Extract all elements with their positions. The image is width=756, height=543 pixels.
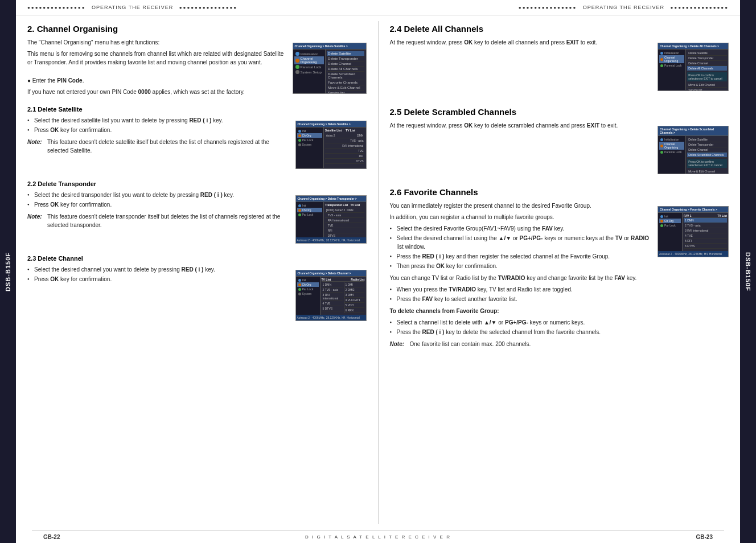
s6-ic3 [660, 151, 663, 154]
s1-r5: Delete Scrambled Channels [327, 72, 364, 80]
screen1-title: Channel Organising > Delete Satellite > [293, 43, 366, 50]
s4-i3: Par Lock [297, 287, 319, 291]
s4-tv3: 3 RAI International [322, 293, 343, 301]
sec26-p3: You can change TV list or Radio list by … [390, 274, 729, 282]
header-right: ●●●●●●●●●●●●●●● OPERATING THE RECEIVER ●… [519, 5, 729, 10]
s1-r8: Service list [327, 90, 364, 94]
s4-tv2: 2 TVS - asia [322, 287, 343, 293]
top-bar: ●●●●●●●●●●●●●●● OPERATING THE RECEIVER ●… [16, 0, 740, 15]
s1-sys: System Setup [294, 69, 324, 75]
s5-r2: Delete Transponder [687, 56, 727, 61]
s4-radio: 1 DMI 2 DMI2 3 DM4 4 VLCDAT1 5 VDH 6 RRX [344, 282, 365, 313]
sec26-title: 2.6 Favorite Channels [390, 187, 729, 197]
s3-ic2 [298, 209, 301, 212]
s7-i2: Ch Org [659, 219, 681, 223]
s2-r6: DTVS [325, 159, 365, 164]
section-2-title: 2. Channel Organising [27, 24, 367, 34]
s1-r1: Delete Satellite [327, 51, 364, 56]
s4-status: Astrasat 2 - 4006MHz, 28.125KHz, H4, Hor… [296, 315, 366, 320]
s5-ic3 [660, 64, 663, 67]
s1-par: Parental Lock [294, 64, 324, 69]
s6-ic2 [660, 145, 663, 147]
s1-r2: Delete Transponder [327, 56, 364, 61]
sec21-item2: Press OK key for confirmation. [27, 126, 367, 134]
s4-ic2 [298, 283, 301, 286]
s3-status: Astrasat 2 - 4006MHz, 28.125KHz, H4, Hor… [296, 237, 366, 243]
sec25-title: 2.5 Delete Scrambled Channels [390, 107, 729, 117]
screen1-right: Delete Satellite Delete Transponder Dele… [326, 50, 365, 94]
sec26-item2: Select the desired channel list using th… [390, 234, 729, 251]
screen-mockup-1: Channel Organising > Delete Satellite > … [293, 43, 367, 94]
s6-status: Press OK to confirm selection or EXIT to… [687, 159, 727, 168]
right-column: 2.4 Delete All Channels Channel Organisi… [379, 15, 741, 530]
s1-icon2 [295, 59, 299, 63]
sec24-title: 2.4 Delete All Channels [390, 24, 729, 34]
s4-i4: System [297, 291, 319, 296]
s6-r2: Delete Transponder [687, 142, 727, 147]
screen1-left: Initialisation Channel Organising Parent… [293, 50, 326, 94]
sec26-del-item1: Select a channel list to delete with ▲/▼… [390, 318, 729, 327]
s6-r3: Delete Channel [687, 147, 727, 153]
s7-r1: 1 DMN [684, 218, 727, 223]
sec26-delete-list: Select a channel list to delete with ▲/▼… [390, 318, 729, 336]
screen6-inner: Initialisation Channel Organising Parent… [658, 136, 728, 174]
s4-r3: 3 DM4 [344, 293, 365, 298]
s6-ic1 [660, 138, 663, 141]
sec23-item1: Select the desired channel you want to d… [27, 265, 367, 274]
bottom-bar: GB-22 D I G I T A L S A T E L L I T E R … [32, 530, 724, 543]
s1-r7: Move & Edit Channel [327, 85, 364, 90]
s6-i2: Channel Organising [659, 142, 684, 150]
s5-move: Move & Edit Channel [687, 83, 727, 88]
page-num-right: GB-23 [696, 534, 713, 540]
s5-status: Press OK to confirm selection or EXIT to… [687, 72, 727, 81]
screen-mockup-6: Channel Organising > Delete Scrambled Ch… [658, 126, 729, 174]
screen5-inner: Initialisation Channel Organising Parent… [658, 50, 728, 90]
s6-r1: Delete Satellite [687, 137, 727, 142]
sec21-note: Note: This feature doesn't delete satell… [27, 138, 367, 155]
s4-ic3 [298, 288, 301, 291]
page-columns: 2. Channel Organising Channel Organising… [16, 15, 740, 530]
sec26-delete-title: To delete channels from Favorite Group: [390, 307, 729, 315]
sec26-item3: Press the RED ( i ) key and then registe… [390, 252, 729, 261]
s4-r5: 5 VDH [344, 303, 365, 308]
sec22-note: Note: This feature doesn't delete transp… [27, 212, 367, 229]
sec26-note: Note: One favorite list can contain max.… [390, 340, 729, 348]
left-tab-label: DSB-B150F [5, 252, 11, 291]
footer-center-text: D I G I T A L S A T E L L I T E R E C E … [305, 534, 451, 540]
sec22-item2: Press OK key for confirmation. [27, 200, 367, 209]
s5-i2: Channel Organising [659, 55, 684, 63]
screen6-title: Channel Organising > Delete Scrambled Ch… [658, 126, 728, 136]
s5-ic1 [660, 52, 663, 55]
s1-init: Initialisation [294, 51, 324, 56]
sec23-item2: Press OK key for confirmation. [27, 275, 367, 283]
s4-r4: 4 VLCDAT1 [344, 298, 365, 303]
s6-i1: Initialisation [659, 137, 684, 142]
s1-icon4 [295, 70, 299, 74]
screen6-left: Initialisation Channel Organising Parent… [658, 136, 686, 174]
s6-move: Move & Edit Channel [687, 169, 727, 174]
sec22-item1: Select the desired transponder list you … [27, 191, 367, 199]
s5-r4: Delete All Channels [687, 66, 727, 71]
s7-ic1 [660, 215, 663, 218]
s5-i3: Parental Lock [659, 63, 684, 68]
main-content: ●●●●●●●●●●●●●●● OPERATING THE RECEIVER ●… [16, 0, 740, 543]
s1-r3: Delete Channel [327, 61, 364, 67]
s6-i3: Parental Lock [659, 150, 684, 154]
header-left: ●●●●●●●●●●●●●●● OPERATING THE RECEIVER ●… [27, 5, 237, 10]
s2-i2 [298, 134, 301, 137]
left-side-tab: DSB-B150F [0, 0, 16, 543]
screen5-title: Channel Organising > Delete All Channels… [658, 43, 728, 50]
s4-tv: 1 DMN 2 TVS - asia 3 RAI International 4… [322, 282, 343, 313]
sec21-title: 2.1 Delete Satellite [27, 106, 367, 113]
s1-r6: Favourite Channels [327, 80, 364, 85]
s4-content: 1 DMN 2 TVS - asia 3 RAI International 4… [322, 282, 365, 313]
page-num-left: GB-22 [43, 534, 60, 540]
s4-tv4: 4 TVE [322, 301, 343, 306]
s4-r2: 2 DMI2 [344, 287, 365, 293]
sec26-del-item2: Press the RED ( i ) key to delete the se… [390, 328, 729, 336]
sec26-list1: Select the desired Favorite Group(FAV1~F… [390, 224, 729, 270]
s4-ic4 [298, 293, 301, 295]
screen6-right: Delete Satellite Delete Transponder Dele… [686, 136, 728, 174]
s4-r6: 6 RRX [344, 308, 365, 313]
s7-i1: Init [659, 214, 681, 219]
